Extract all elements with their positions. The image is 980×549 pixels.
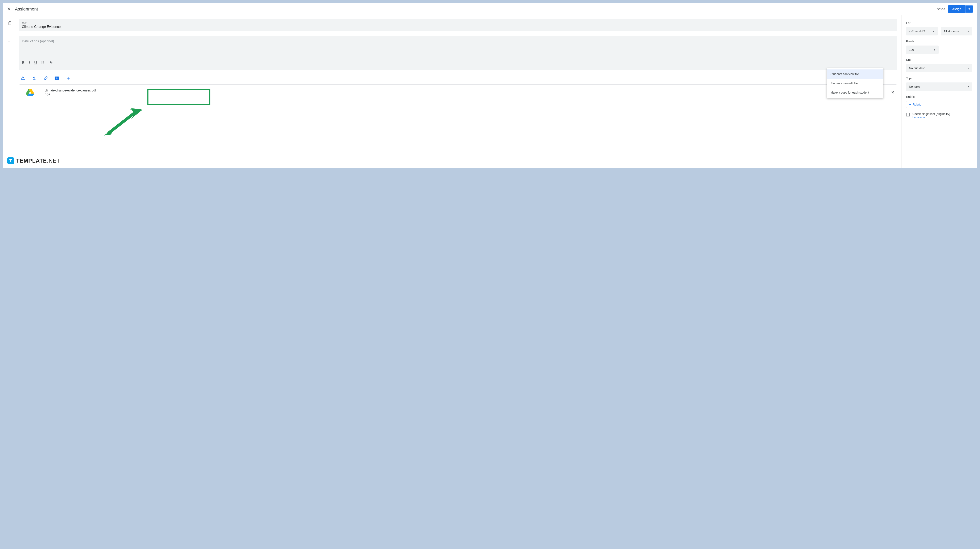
plagiarism-row: Check plagiarism (originality) Learn mor… xyxy=(906,112,972,119)
plagiarism-checkbox[interactable] xyxy=(906,113,910,116)
sidebar: For 4-Emerald 3 ▼ All students ▼ Points … xyxy=(901,15,977,168)
due-dropdown[interactable]: No due date ▼ xyxy=(906,64,972,72)
titlebar: ✕ Assignment Saved Assign ▼ xyxy=(3,3,977,15)
file-type: PDF xyxy=(45,93,885,96)
chevron-down-icon: ▼ xyxy=(934,49,936,51)
rubric-button-label: Rubric xyxy=(913,103,921,106)
clipboard-icon xyxy=(7,21,13,26)
file-name: climate-change-evidence-causes.pdf xyxy=(45,89,885,92)
class-value: 4-Emerald 3 xyxy=(909,30,925,33)
title-field[interactable]: Title Climate Change Evidence xyxy=(19,19,897,31)
due-label: Due xyxy=(906,58,972,62)
learn-more-link[interactable]: Learn more xyxy=(912,116,925,119)
chevron-down-icon: ▼ xyxy=(967,30,969,33)
attachment-card: climate-change-evidence-causes.pdf PDF ✕… xyxy=(19,84,897,100)
remove-attachment-icon[interactable]: ✕ xyxy=(888,90,897,95)
perm-copy-option[interactable]: Make a copy for each student xyxy=(827,88,883,97)
chevron-down-icon: ▼ xyxy=(967,67,969,70)
chevron-down-icon: ▼ xyxy=(933,30,935,33)
students-dropdown[interactable]: All students ▼ xyxy=(941,27,972,35)
perm-edit-option[interactable]: Students can edit file xyxy=(827,79,883,88)
students-value: All students xyxy=(944,30,959,33)
points-dropdown[interactable]: 100 ▼ xyxy=(906,46,939,54)
topic-dropdown[interactable]: No topic ▼ xyxy=(906,83,972,91)
plus-icon: + xyxy=(909,103,911,106)
plagiarism-label: Check plagiarism (originality) xyxy=(912,112,950,116)
italic-icon[interactable]: I xyxy=(29,60,30,65)
for-row: 4-Emerald 3 ▼ All students ▼ xyxy=(906,27,972,35)
watermark-icon: T xyxy=(7,157,14,164)
clear-format-icon[interactable] xyxy=(49,60,53,65)
saved-status: Saved xyxy=(937,7,945,11)
left-icon-rail xyxy=(7,21,13,43)
assignment-window: ✕ Assignment Saved Assign ▼ Title Climat… xyxy=(3,3,977,168)
drive-file-icon xyxy=(19,84,41,100)
attach-toolbar xyxy=(19,74,897,84)
rubric-button[interactable]: + Rubric xyxy=(906,101,924,108)
link-icon[interactable] xyxy=(43,76,48,81)
instructions-placeholder: Instructions (optional) xyxy=(22,40,894,58)
format-toolbar: B I U xyxy=(22,58,894,68)
bold-icon[interactable]: B xyxy=(22,60,25,65)
svg-point-9 xyxy=(42,63,42,63)
bullet-list-icon[interactable] xyxy=(41,60,45,65)
due-value: No due date xyxy=(909,67,925,70)
assign-dropdown[interactable]: ▼ xyxy=(965,5,973,13)
annotation-arrow-icon xyxy=(100,105,146,136)
class-dropdown[interactable]: 4-Emerald 3 ▼ xyxy=(906,27,938,35)
close-icon[interactable]: ✕ xyxy=(7,6,11,12)
points-label: Points xyxy=(906,40,972,43)
permission-menu: Students can view file Students can edit… xyxy=(827,68,883,98)
for-label: For xyxy=(906,21,972,25)
body: Title Climate Change Evidence Instructio… xyxy=(3,15,977,168)
chevron-down-icon: ▼ xyxy=(967,86,969,88)
rubric-label: Rubric xyxy=(906,95,972,98)
title-label: Title xyxy=(22,21,894,24)
title-value: Climate Change Evidence xyxy=(22,25,894,29)
perm-view-option[interactable]: Students can view file xyxy=(827,70,883,79)
file-info[interactable]: climate-change-evidence-causes.pdf PDF xyxy=(41,89,888,96)
youtube-icon[interactable] xyxy=(55,76,59,81)
watermark-suffix: .NET xyxy=(47,157,60,164)
text-lines-icon xyxy=(7,38,13,43)
divider xyxy=(19,71,897,71)
instructions-field[interactable]: Instructions (optional) B I U xyxy=(19,36,897,70)
drive-icon[interactable] xyxy=(21,76,25,81)
points-value: 100 xyxy=(909,48,914,51)
underline-icon[interactable]: U xyxy=(34,60,37,65)
svg-point-5 xyxy=(42,61,42,62)
topic-value: No topic xyxy=(909,85,920,88)
content-column: Title Climate Change Evidence Instructio… xyxy=(19,19,897,100)
add-icon[interactable] xyxy=(66,76,70,81)
main-panel: Title Climate Change Evidence Instructio… xyxy=(3,15,901,168)
assign-button[interactable]: Assign xyxy=(948,5,965,13)
upload-icon[interactable] xyxy=(32,76,37,81)
topic-label: Topic xyxy=(906,76,972,80)
watermark-brand: TEMPLATE xyxy=(16,157,47,164)
svg-point-7 xyxy=(42,62,42,62)
page-title: Assignment xyxy=(15,6,937,11)
watermark: T TEMPLATE.NET xyxy=(7,157,60,164)
